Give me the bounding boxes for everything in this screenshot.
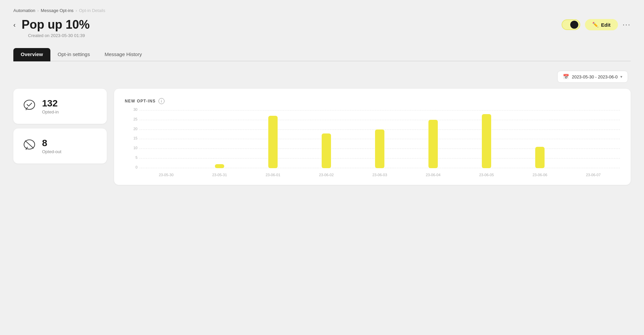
bar-group-23-06-06 — [513, 147, 567, 168]
calendar-icon: 📅 — [563, 74, 569, 80]
bar-group-23-06-02 — [300, 133, 353, 168]
chat-check-icon — [23, 98, 36, 114]
bar-23-06-04 — [428, 120, 438, 168]
page-subtitle: Created on 2023-05-30 01:39 — [28, 33, 631, 38]
tab-opt-in-settings[interactable]: Opt-in settings — [50, 48, 97, 61]
bar-23-06-03 — [375, 129, 384, 168]
svg-point-0 — [24, 100, 35, 109]
header-row: ‹ Pop up 10% ✏️ Edit ··· — [13, 18, 631, 32]
x-label-23-06-01: 23-06-01 — [246, 173, 300, 177]
stats-column: 132 Opted-in 8 Opted-out — [13, 89, 107, 163]
header-actions: ✏️ Edit ··· — [562, 19, 631, 30]
date-range-label: 2023-05-30 - 2023-06-0 — [572, 74, 618, 79]
breadcrumb-current: Opt-in Details — [79, 8, 105, 13]
breadcrumb-automation[interactable]: Automation — [13, 8, 35, 13]
chart-header: NEW OPT-INS i — [125, 98, 620, 104]
opted-in-text: 132 Opted-in — [42, 98, 59, 114]
page-container: Automation › Message Opt-ins › Opt-in De… — [0, 0, 644, 193]
bar-group-23-06-04 — [406, 120, 460, 168]
chart-title: NEW OPT-INS — [125, 99, 156, 103]
opted-in-label: Opted-in — [42, 109, 59, 114]
x-label-23-06-07: 23-06-07 — [567, 173, 620, 177]
more-options-button[interactable]: ··· — [623, 20, 631, 29]
bar-23-06-02 — [322, 133, 331, 168]
content-area: 132 Opted-in 8 Opted-out — [13, 89, 631, 185]
back-button[interactable]: ‹ — [13, 21, 18, 28]
chat-off-icon — [23, 138, 36, 154]
chart-card: NEW OPT-INS i 30 25 20 15 10 5 0 23-05-3… — [114, 89, 631, 185]
x-label-23-06-03: 23-06-03 — [353, 173, 406, 177]
x-label-23-06-05: 23-06-05 — [460, 173, 513, 177]
x-label-23-06-06: 23-06-06 — [513, 173, 567, 177]
toggle-knob — [570, 21, 578, 29]
bar-group-23-05-31 — [193, 164, 246, 168]
breadcrumb: Automation › Message Opt-ins › Opt-in De… — [13, 8, 631, 13]
chevron-down-icon: ▾ — [620, 74, 622, 79]
x-label-23-06-04: 23-06-04 — [406, 173, 460, 177]
edit-label: Edit — [601, 22, 610, 28]
header-left: ‹ Pop up 10% — [13, 18, 90, 32]
date-range-picker[interactable]: 📅 2023-05-30 - 2023-06-0 ▾ — [557, 71, 628, 83]
x-label-23-06-02: 23-06-02 — [300, 173, 353, 177]
breadcrumb-message-opt-ins[interactable]: Message Opt-ins — [41, 8, 73, 13]
bar-group-23-06-05 — [460, 114, 513, 168]
opted-out-value: 8 — [42, 138, 61, 148]
opted-out-label: Opted-out — [42, 149, 61, 154]
tabs-bar: Overview Opt-in settings Message History — [13, 48, 631, 61]
bar-group-23-05-30 — [139, 168, 193, 168]
bar-group-23-06-07 — [567, 168, 620, 168]
active-toggle[interactable] — [562, 19, 580, 30]
bar-23-05-31 — [215, 164, 224, 168]
bar-group-23-06-03 — [353, 129, 406, 168]
svg-line-2 — [25, 141, 33, 148]
edit-button[interactable]: ✏️ Edit — [585, 19, 618, 30]
tab-overview[interactable]: Overview — [13, 48, 50, 61]
tab-message-history[interactable]: Message History — [97, 48, 149, 61]
chart-area: 30 25 20 15 10 5 0 23-05-3023-05-3123-06… — [125, 110, 620, 177]
bar-23-06-01 — [268, 116, 278, 168]
pencil-icon: ✏️ — [592, 22, 599, 28]
bar-23-06-05 — [482, 114, 491, 168]
x-label-23-05-31: 23-05-31 — [193, 173, 246, 177]
bar-23-06-06 — [535, 147, 545, 168]
x-label-23-05-30: 23-05-30 — [139, 173, 193, 177]
bars-container — [139, 110, 620, 168]
bar-group-23-06-01 — [246, 116, 300, 168]
info-icon[interactable]: i — [158, 98, 165, 104]
opted-out-card: 8 Opted-out — [13, 128, 107, 163]
opted-in-value: 132 — [42, 98, 59, 109]
page-title: Pop up 10% — [22, 18, 90, 32]
x-labels: 23-05-3023-05-3123-06-0123-06-0223-06-03… — [139, 173, 620, 177]
opted-in-card: 132 Opted-in — [13, 89, 107, 124]
date-filter-row: 📅 2023-05-30 - 2023-06-0 ▾ — [13, 71, 631, 83]
opted-out-text: 8 Opted-out — [42, 138, 61, 154]
